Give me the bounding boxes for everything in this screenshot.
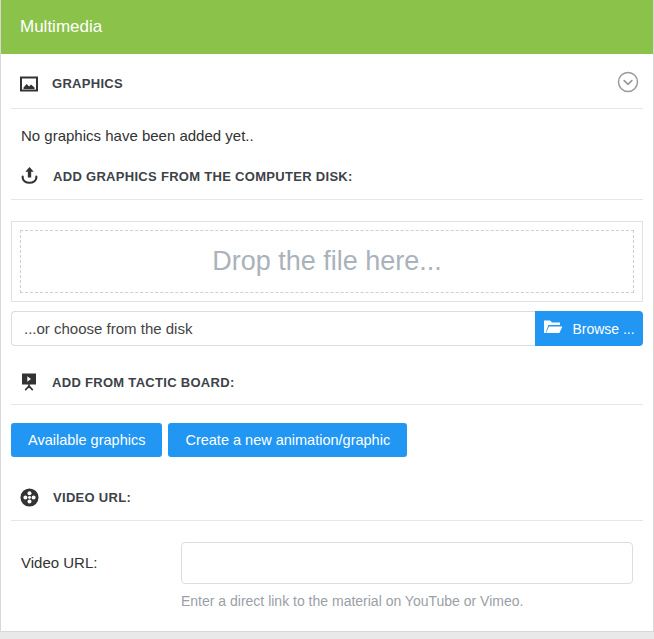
- tactic-board-icon: [19, 372, 39, 392]
- panel-title: Multimedia: [20, 17, 102, 37]
- chevron-down-circle-icon: [617, 71, 639, 96]
- upload-section-title: ADD GRAPHICS FROM THE COMPUTER DISK:: [53, 169, 353, 184]
- file-dropzone-inner: Drop the file here...: [20, 230, 634, 293]
- file-path-input[interactable]: [11, 311, 535, 346]
- video-url-field: Enter a direct link to the material on Y…: [181, 542, 643, 609]
- create-animation-button[interactable]: Create a new animation/graphic: [168, 423, 407, 457]
- video-section-title: VIDEO URL:: [53, 490, 131, 505]
- collapse-graphics-button[interactable]: [617, 71, 639, 96]
- upload-icon: [19, 166, 40, 187]
- multimedia-panel: Multimedia GRAPHICS No graphics have bee…: [0, 0, 654, 632]
- film-reel-icon: [19, 487, 40, 508]
- video-section-header: VIDEO URL:: [11, 487, 643, 521]
- tactic-section-header: ADD FROM TACTIC BOARD:: [11, 372, 643, 405]
- video-url-label: Video URL:: [11, 542, 181, 571]
- image-icon: [19, 75, 39, 93]
- dropzone-text: Drop the file here...: [212, 246, 442, 277]
- video-url-input[interactable]: [181, 542, 633, 584]
- available-graphics-button[interactable]: Available graphics: [11, 423, 162, 457]
- file-choose-row: Browse ...: [11, 311, 643, 346]
- browse-button[interactable]: Browse ...: [535, 311, 643, 346]
- video-url-row: Video URL: Enter a direct link to the ma…: [11, 542, 643, 609]
- open-folder-icon: [543, 319, 563, 338]
- tactic-section-title: ADD FROM TACTIC BOARD:: [52, 375, 235, 390]
- file-dropzone[interactable]: Drop the file here...: [11, 221, 643, 302]
- no-graphics-message: No graphics have been added yet..: [21, 127, 633, 144]
- graphics-section-title: GRAPHICS: [52, 76, 123, 91]
- video-url-helper-text: Enter a direct link to the material on Y…: [181, 593, 633, 609]
- upload-section-header: ADD GRAPHICS FROM THE COMPUTER DISK:: [11, 166, 643, 200]
- tactic-buttons-row: Available graphics Create a new animatio…: [11, 423, 643, 457]
- graphics-section-header: GRAPHICS: [11, 71, 643, 109]
- browse-button-label: Browse ...: [572, 321, 634, 337]
- panel-header: Multimedia: [0, 0, 654, 54]
